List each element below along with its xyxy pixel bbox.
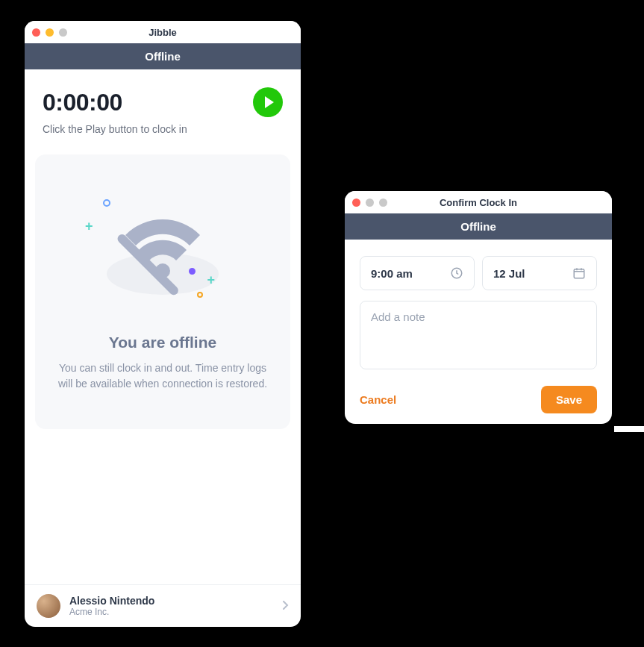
decoration-circle-icon (103, 199, 110, 207)
timer-display: 0:00:00 (43, 89, 122, 116)
minimize-window-button[interactable] (366, 199, 374, 207)
save-button[interactable]: Save (541, 386, 597, 413)
calendar-icon (572, 266, 586, 280)
user-meta: Alessio Nintendo Acme Inc. (69, 595, 274, 617)
offline-banner: Offline (345, 213, 612, 240)
wifi-off-icon (103, 192, 222, 296)
play-icon (265, 96, 274, 108)
note-placeholder: Add a note (371, 310, 425, 323)
window-title: Jibble (32, 27, 293, 38)
clock-in-button[interactable] (253, 87, 283, 117)
decoration-plus-icon: + (85, 219, 93, 234)
decoration-dot-icon (189, 268, 196, 275)
offline-banner: Offline (25, 43, 301, 69)
date-field[interactable]: 12 Jul (482, 256, 597, 290)
titlebar: Confirm Clock In (345, 191, 612, 213)
time-field[interactable]: 9:00 am (360, 256, 475, 290)
decoration-strip (614, 426, 644, 432)
hint-text: Click the Play button to clock in (25, 123, 301, 149)
user-company: Acme Inc. (69, 607, 274, 617)
timer-row: 0:00:00 (25, 69, 301, 123)
close-window-button[interactable] (32, 28, 40, 37)
note-input[interactable]: Add a note (360, 301, 597, 369)
minimize-window-button[interactable] (46, 28, 54, 37)
main-window: Jibble Offline 0:00:00 Click the Play bu… (25, 21, 301, 627)
offline-body: You can still clock in and out. Time ent… (49, 360, 277, 392)
action-row: Cancel Save (345, 381, 612, 424)
window-title: Confirm Clock In (352, 197, 604, 208)
svg-rect-4 (574, 269, 584, 278)
window-controls (32, 28, 67, 37)
maximize-window-button[interactable] (379, 199, 387, 207)
form-body: 9:00 am 12 Jul Add a note (345, 240, 612, 381)
offline-heading: You are offline (49, 334, 277, 351)
confirm-window: Confirm Clock In Offline 9:00 am 12 Jul … (345, 191, 612, 424)
offline-card: + + You are offline You can still clock … (35, 154, 290, 429)
user-name: Alessio Nintendo (69, 595, 274, 607)
user-footer[interactable]: Alessio Nintendo Acme Inc. (25, 584, 301, 627)
close-window-button[interactable] (352, 199, 360, 207)
decoration-circle-icon (197, 292, 203, 298)
window-controls (352, 199, 387, 207)
clock-icon (450, 266, 463, 280)
titlebar: Jibble (25, 21, 301, 43)
decoration-plus-icon: + (207, 272, 215, 288)
avatar (37, 594, 60, 618)
date-value: 12 Jul (493, 267, 525, 280)
maximize-window-button[interactable] (59, 28, 67, 37)
chevron-right-icon (283, 599, 289, 613)
time-value: 9:00 am (371, 267, 413, 280)
offline-illustration: + + (88, 192, 237, 319)
cancel-button[interactable]: Cancel (360, 393, 396, 406)
